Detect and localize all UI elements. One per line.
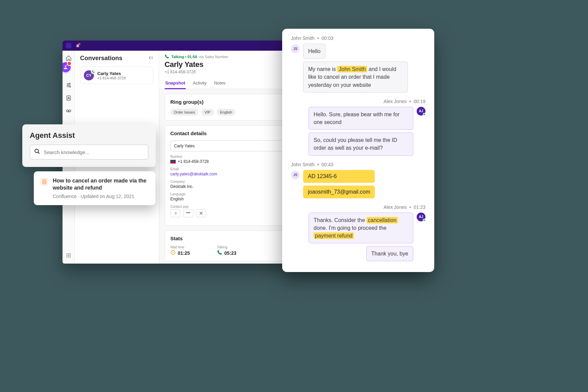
agent-assist-panel: Agent Assist [22, 124, 156, 167]
svg-point-11 [67, 255, 68, 256]
app-logo-icon [66, 43, 71, 48]
svg-point-6 [66, 110, 68, 112]
chat-message: So, could you please tell me the ID orde… [309, 132, 413, 155]
svg-point-1 [69, 83, 70, 84]
transcript-panel: John Smith • 00:03 JS Hello My name is J… [282, 29, 434, 272]
ring-group-chip[interactable]: VIP [201, 109, 214, 116]
knowledge-result-card[interactable]: How to cancel an order made via the webs… [34, 171, 155, 205]
svg-point-19 [35, 149, 39, 153]
call-status: Talking [171, 55, 184, 59]
svg-point-9 [68, 253, 69, 254]
svg-point-0 [65, 66, 66, 67]
call-duration: 01:58 [188, 55, 197, 59]
contact-select-value: Carly Yates [174, 144, 195, 148]
phone-icon [217, 250, 222, 256]
stat-value: 01:25 [178, 250, 190, 256]
phone-icon [165, 54, 169, 59]
search-icon [34, 148, 40, 156]
svg-point-15 [68, 256, 69, 258]
notifications-icon[interactable] [75, 43, 80, 48]
avatar-customer: JS [291, 44, 300, 53]
contact-avatar: CY [84, 70, 94, 80]
conversation-item[interactable]: CY Carly Yates +1 814-458-3728 [80, 67, 153, 84]
call-via: via Sales Number [199, 55, 228, 59]
highlight: cancellation [367, 217, 398, 223]
result-meta: Confluence · Updated on Aug 12, 2021 [53, 194, 149, 199]
svg-point-16 [70, 256, 71, 258]
clock-icon [170, 250, 176, 256]
conversations-heading: Conversations [80, 55, 122, 62]
tab-snapshot[interactable]: Snapshot [165, 78, 186, 89]
highlight: John Smith [337, 66, 367, 72]
tab-notes[interactable]: Notes [213, 78, 226, 89]
chat-message: Thanks. Consider the cancellation done. … [309, 213, 413, 244]
contact-pop-button[interactable]: :t [170, 209, 180, 217]
voicemail-icon[interactable] [65, 107, 72, 114]
svg-point-7 [69, 110, 71, 112]
message-header: John Smith • 00:03 [291, 35, 425, 41]
svg-point-5 [68, 97, 69, 98]
apps-grid-icon[interactable] [65, 252, 72, 259]
presence-online-icon [423, 219, 426, 222]
svg-point-12 [68, 255, 69, 256]
avatar-initials: CY [86, 73, 91, 77]
chat-message-highlighted: AD 12345-6 [303, 170, 375, 183]
highlight: payment refund [314, 232, 354, 239]
stat-value: 05:23 [224, 250, 237, 256]
chat-message: My name is John Smith and I would like t… [303, 62, 408, 93]
message-header: Alex Jones • 00:19 [291, 99, 425, 104]
chat-message-highlighted: joaosmith_73@gmail.com [303, 186, 375, 198]
active-call-icon [91, 69, 96, 74]
contact-pop-button[interactable] [183, 209, 193, 217]
ring-group-chip[interactable]: English [217, 109, 236, 116]
stat-label: Talking [217, 245, 237, 249]
avatar-agent: AJ [417, 107, 425, 116]
avatar-customer: JS [291, 171, 300, 179]
conversation-name: Carly Yates [97, 71, 126, 76]
tab-activity[interactable]: Activity [192, 78, 207, 89]
home-icon[interactable] [65, 55, 72, 62]
ring-group-chip[interactable]: Order Issues [170, 109, 198, 116]
result-title: How to cancel an order made via the webs… [53, 177, 149, 192]
contact-pop-button[interactable] [196, 209, 206, 217]
svg-point-10 [70, 253, 71, 254]
search-input[interactable] [44, 149, 144, 155]
message-header: Alex Jones • 01:23 [291, 204, 425, 210]
stat-label: Wait time [170, 245, 190, 249]
agent-assist-heading: Agent Assist [30, 131, 148, 140]
knowledge-search[interactable] [30, 145, 148, 160]
collapse-panel-icon[interactable] [148, 55, 153, 62]
avatar-agent: AJ [417, 213, 425, 221]
document-icon [41, 178, 48, 186]
conversation-phone: +1 814-458-3728 [97, 76, 126, 80]
svg-point-2 [68, 85, 69, 86]
flag-us-icon [170, 160, 176, 164]
nav-badge-icon [67, 61, 72, 66]
chat-message: Hello [303, 44, 325, 59]
settings-sliders-icon[interactable] [65, 82, 72, 89]
nav-agent-active[interactable] [63, 62, 71, 72]
svg-point-14 [67, 256, 68, 258]
notification-dot-icon [78, 43, 80, 45]
chat-message: Thank you, bye [366, 246, 413, 261]
contacts-icon[interactable] [65, 95, 72, 101]
svg-point-13 [70, 255, 71, 256]
chat-message: Hello. Sure, please bear with me for one… [309, 107, 413, 130]
svg-point-8 [67, 253, 68, 254]
presence-online-icon [423, 113, 426, 116]
message-header: John Smith • 00:43 [291, 162, 425, 167]
